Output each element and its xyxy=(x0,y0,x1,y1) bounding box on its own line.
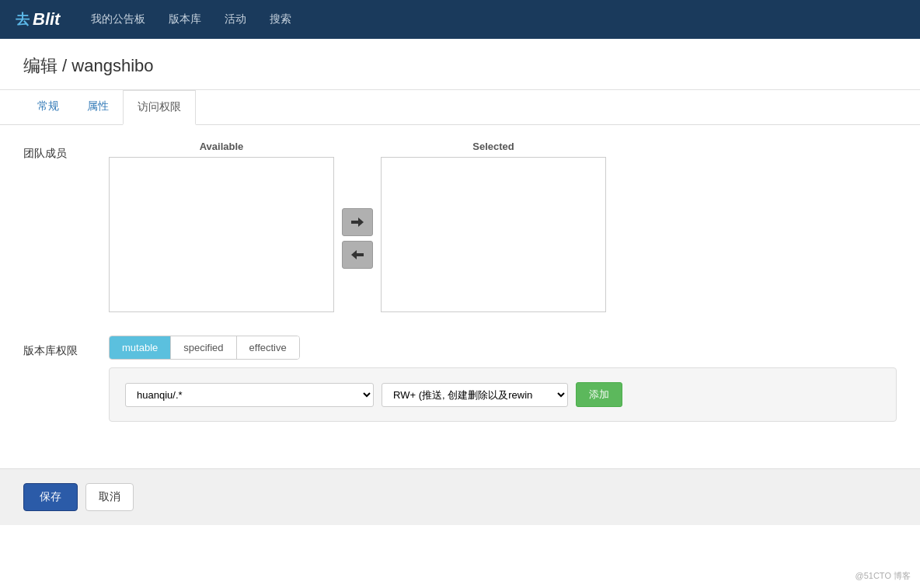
nav-activity[interactable]: 活动 xyxy=(225,12,246,26)
page-footer: 保存 取消 xyxy=(0,468,920,525)
navbar: 去Blit 我的公告板 版本库 活动 搜索 xyxy=(0,0,920,39)
arrow-right-icon xyxy=(350,215,364,229)
btn-mutable[interactable]: mutable xyxy=(110,336,171,359)
team-members-label: 团队成员 xyxy=(23,141,93,161)
nav-repos[interactable]: 版本库 xyxy=(169,12,201,26)
repo-permissions-section: 版本库权限 mutable specified effective huanqi… xyxy=(23,336,897,422)
available-panel: Available xyxy=(109,141,334,312)
nav-board[interactable]: 我的公告板 xyxy=(91,12,145,26)
transfer-buttons xyxy=(342,208,373,269)
add-rule-button[interactable]: 添加 xyxy=(576,382,622,407)
cancel-button[interactable]: 取消 xyxy=(85,483,134,511)
repo-permissions-label: 版本库权限 xyxy=(23,338,93,358)
move-right-button[interactable] xyxy=(342,208,373,236)
selected-list[interactable] xyxy=(381,157,606,312)
brand-blit: Blit xyxy=(33,9,60,30)
brand-go: 去 xyxy=(16,10,30,29)
btn-specified[interactable]: specified xyxy=(171,336,236,359)
main-area: 团队成员 Available xyxy=(0,125,920,453)
team-members-row: 团队成员 Available xyxy=(23,141,897,312)
move-left-button[interactable] xyxy=(342,241,373,269)
watermark: @51CTO 博客 xyxy=(856,570,911,582)
save-button[interactable]: 保存 xyxy=(23,483,78,511)
tab-attributes[interactable]: 属性 xyxy=(73,90,123,125)
available-header: Available xyxy=(109,141,334,152)
svg-marker-1 xyxy=(358,217,364,227)
brand-logo[interactable]: 去Blit xyxy=(16,9,60,30)
repo-permissions-row: 版本库权限 mutable specified effective xyxy=(23,336,897,360)
permission-select[interactable]: RW+ (推送, 创建删除以及rewind xyxy=(382,383,568,407)
page-header: 编辑 / wangshibo xyxy=(0,39,920,90)
path-select[interactable]: huanqiu/.* xyxy=(125,383,374,407)
page-content: 编辑 / wangshibo 常规 属性 访问权限 团队成员 Available xyxy=(0,39,920,588)
tab-access[interactable]: 访问权限 xyxy=(123,90,196,125)
team-members-section: 团队成员 Available xyxy=(23,141,897,312)
selected-header: Selected xyxy=(381,141,606,152)
permissions-btn-group: mutable specified effective xyxy=(109,336,300,360)
nav-search[interactable]: 搜索 xyxy=(270,12,291,26)
svg-marker-3 xyxy=(351,250,357,259)
tab-general[interactable]: 常规 xyxy=(23,90,73,125)
arrow-left-icon xyxy=(350,248,364,262)
btn-effective[interactable]: effective xyxy=(237,336,299,359)
transfer-container: Available xyxy=(109,141,606,312)
available-list[interactable] xyxy=(109,157,334,312)
selected-panel: Selected xyxy=(381,141,606,312)
nav-links: 我的公告板 版本库 活动 搜索 xyxy=(91,12,291,26)
page-title: 编辑 / wangshibo xyxy=(23,54,897,78)
rule-box: huanqiu/.* RW+ (推送, 创建删除以及rewind 添加 xyxy=(109,367,897,422)
tabs-container: 常规 属性 访问权限 xyxy=(0,90,920,125)
